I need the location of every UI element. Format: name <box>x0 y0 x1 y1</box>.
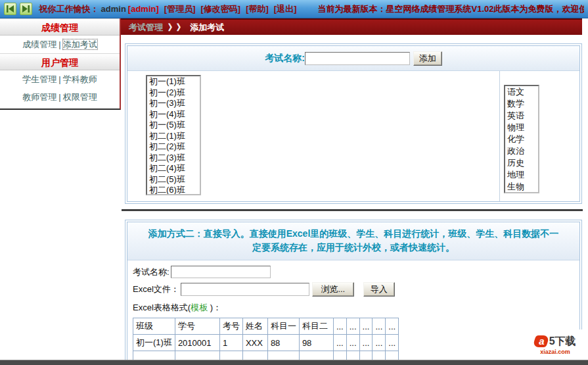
format-prefix: Excel表格格式( <box>133 303 191 312</box>
format-suffix: )： <box>208 303 221 312</box>
sidebar-item-subject-teacher[interactable]: 学科教师 <box>63 74 97 84</box>
table-cell: 1 <box>219 335 242 351</box>
subject-cell: 语文数学英语物理化学政治历史地理生物 <box>499 71 579 201</box>
logo-a-badge: a <box>532 335 550 347</box>
template-link[interactable]: 模板 <box>191 303 208 312</box>
user-tag: [admin] <box>128 4 159 14</box>
section-divider <box>122 209 583 211</box>
add-exam-panel-inner: 考试名称: 添加 初一(1)班初一(2)班初一(3)班初一(4)班初一(5)班初… <box>127 45 580 202</box>
topbar: 祝你工作愉快：admin[admin] [管理员][修改密码][帮助][退出] … <box>0 0 588 18</box>
import-intro: 添加方式二：直接导入。直接使用Excel里的班级、学生、科目进行统计，班级、学生… <box>127 222 579 260</box>
class-option[interactable]: 初二(5)班 <box>147 174 200 185</box>
excel-file-row: Excel文件： 浏览... 导入 <box>133 282 579 297</box>
table-cell: ... <box>333 335 346 351</box>
excel-file-input[interactable] <box>181 283 309 296</box>
menu-row: 教师管理|权限管理 <box>0 88 120 106</box>
subject-option[interactable]: 政治 <box>505 145 538 157</box>
add-button[interactable]: 添加 <box>413 51 442 66</box>
breadcrumb-current: 添加考试 <box>190 22 224 32</box>
table-cell: ... <box>359 335 373 351</box>
logo-label: 5下载 <box>549 335 576 349</box>
table-row: 初一(1)班20100011XXX8898............... <box>133 335 399 351</box>
subject-option[interactable]: 英语 <box>505 110 538 122</box>
exam-name-input[interactable] <box>305 52 410 65</box>
table-cell: 88 <box>267 335 299 351</box>
table-cell: ... <box>386 335 399 351</box>
class-option[interactable]: 初一(4)班 <box>147 109 200 120</box>
topbar-link[interactable]: [管理员] <box>164 4 196 14</box>
table-header-cell: 科目二 <box>299 318 333 335</box>
main-content: 考试管理 》》 添加考试 考试名称: 添加 初一(1)班初一(2)班初一(3)班… <box>121 18 588 360</box>
menu-separator: | <box>58 39 60 49</box>
subject-option[interactable]: 数学 <box>505 98 538 110</box>
table-header-cell: ... <box>373 318 386 335</box>
table-cell: 初一(1)班 <box>133 335 175 351</box>
import-panel: 添加方式二：直接导入。直接使用Excel里的班级、学生、科目进行统计，班级、学生… <box>125 220 582 365</box>
version-marquee: 当前为最新版本：星空网络成绩管理系统V1.02此版本为免费版，欢迎使 <box>318 3 585 15</box>
import-exam-name-label: 考试名称: <box>133 266 170 278</box>
table-header-cell: 姓名 <box>242 318 267 335</box>
import-intro-text: 添加方式二：直接导入。直接使用Excel里的班级、学生、科目进行统计，班级、学生… <box>148 228 559 253</box>
class-option[interactable]: 初一(3)班 <box>147 98 200 109</box>
subject-option[interactable]: 生物 <box>505 181 538 193</box>
exam-name-label: 考试名称: <box>265 53 305 64</box>
breadcrumb-separator: 》》 <box>168 22 185 32</box>
topbar-link[interactable]: [修改密码] <box>200 4 240 14</box>
class-option[interactable]: 初二(6)班 <box>147 185 200 195</box>
table-cell: ... <box>346 335 359 351</box>
greeting-text: 祝你工作愉快： <box>39 3 99 15</box>
subject-option[interactable]: 化学 <box>505 134 538 145</box>
format-line: Excel表格格式(模板 )： <box>133 302 579 314</box>
class-listbox[interactable]: 初一(1)班初一(2)班初一(3)班初一(4)班初一(5)班初二(1)班初二(2… <box>146 75 201 195</box>
breadcrumb: 考试管理 》》 添加考试 <box>121 18 582 35</box>
browse-button[interactable]: 浏览... <box>312 282 354 297</box>
import-button[interactable]: 导入 <box>363 282 395 297</box>
page-root: 祝你工作愉快：admin[admin] [管理员][修改密码][帮助][退出] … <box>0 0 588 365</box>
breadcrumb-parent[interactable]: 考试管理 <box>129 22 163 32</box>
sidebar-menu: 成绩管理 成绩管理|添加考试 用户管理 学生管理|学科教师 教师管理|权限管理 <box>0 18 121 110</box>
menu-separator: | <box>58 92 60 102</box>
import-panel-inner: 添加方式二：直接导入。直接使用Excel里的班级、学生、科目进行统计，班级、学生… <box>127 222 580 365</box>
sidebar: 成绩管理 成绩管理|添加考试 用户管理 学生管理|学科教师 教师管理|权限管理 <box>0 18 121 360</box>
add-exam-panel: 考试名称: 添加 初一(1)班初一(2)班初一(3)班初一(4)班初一(5)班初… <box>125 43 582 204</box>
class-option[interactable]: 初一(1)班 <box>147 76 200 87</box>
table-cell: 2010001 <box>175 335 219 351</box>
menu-row: 成绩管理|添加考试 <box>0 36 120 53</box>
table-header-cell: 班级 <box>133 318 175 335</box>
subject-listbox[interactable]: 语文数学英语物理化学政治历史地理生物 <box>504 85 539 193</box>
class-option[interactable]: 初二(1)班 <box>147 131 200 142</box>
sidebar-item-permission-manage[interactable]: 权限管理 <box>63 92 97 102</box>
table-header-cell: 科目一 <box>267 318 299 335</box>
sidebar-item-add-exam[interactable]: 添加考试 <box>63 39 97 49</box>
subject-option[interactable]: 历史 <box>505 157 538 169</box>
table-header-cell: ... <box>333 318 346 335</box>
logo-mark: a 5下载 <box>534 335 576 349</box>
sidebar-item-score-manage[interactable]: 成绩管理 <box>22 39 57 49</box>
nav-first-icon[interactable] <box>4 3 16 15</box>
import-body: 考试名称: Excel文件： 浏览... 导入 Excel表格格式(模板 )： <box>127 260 579 365</box>
table-cell: ... <box>373 335 386 351</box>
menu-row: 学生管理|学科教师 <box>0 70 120 88</box>
import-exam-name-input[interactable] <box>171 266 271 278</box>
class-option[interactable]: 初一(5)班 <box>147 120 200 131</box>
subject-option[interactable]: 语文 <box>505 86 538 98</box>
sidebar-item-teacher-manage[interactable]: 教师管理 <box>22 92 57 102</box>
table-header-row: 班级学号考号姓名科目一科目二............... <box>133 318 399 335</box>
subject-option[interactable]: 地理 <box>505 169 538 181</box>
a5-download-logo[interactable]: a 5下载 xiazai.com <box>525 329 585 360</box>
table-header-cell: ... <box>359 318 373 335</box>
class-option[interactable]: 初一(2)班 <box>147 87 200 99</box>
add-exam-body: 初一(1)班初一(2)班初一(3)班初一(4)班初一(5)班初二(1)班初二(2… <box>127 71 579 201</box>
import-exam-name-row: 考试名称: <box>133 266 579 278</box>
table-header-cell: ... <box>346 318 359 335</box>
nav-last-icon[interactable] <box>20 3 32 15</box>
subject-option[interactable]: 物理 <box>505 122 538 134</box>
sidebar-item-student-manage[interactable]: 学生管理 <box>22 74 57 84</box>
class-option[interactable]: 初二(3)班 <box>147 153 200 164</box>
topbar-link[interactable]: [帮助] <box>246 4 269 14</box>
menu-header-scores: 成绩管理 <box>0 18 120 36</box>
menu-header-users: 用户管理 <box>0 53 120 70</box>
class-option[interactable]: 初二(4)班 <box>147 163 200 174</box>
topbar-link[interactable]: [退出] <box>274 4 297 14</box>
class-option[interactable]: 初二(2)班 <box>147 141 200 153</box>
